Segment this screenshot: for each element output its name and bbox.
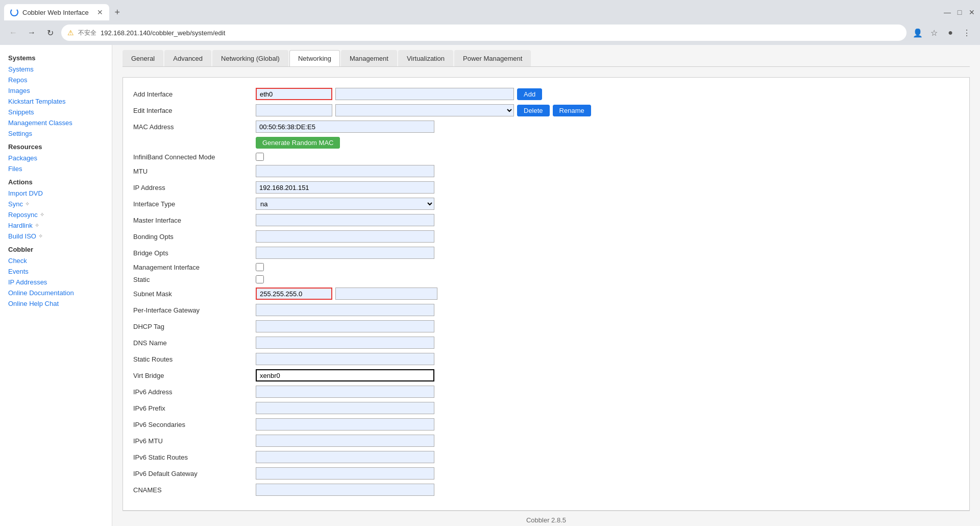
subnet-mask-extra-input[interactable] xyxy=(335,288,437,300)
edit-interface-select[interactable] xyxy=(335,104,514,116)
close-button[interactable]: ✕ xyxy=(968,8,976,16)
sidebar-item-settings[interactable]: Settings xyxy=(0,128,112,139)
sidebar-item-reposync[interactable]: Reposync ✧ xyxy=(0,209,112,220)
infiniband-checkbox[interactable] xyxy=(256,153,264,161)
master-interface-controls xyxy=(256,214,959,226)
tab-advanced[interactable]: Advanced xyxy=(164,50,211,66)
forward-button[interactable]: → xyxy=(24,26,39,40)
menu-icon[interactable]: ⋮ xyxy=(960,26,974,40)
tab-general[interactable]: General xyxy=(122,50,163,66)
url-display: 192.168.201.140/cobbler_web/system/edit xyxy=(101,29,900,37)
sidebar-item-hardlink[interactable]: Hardlink ✧ xyxy=(0,220,112,231)
mac-address-controls xyxy=(256,121,959,133)
management-interface-label: Management Interface xyxy=(133,264,256,271)
mtu-controls xyxy=(256,165,959,177)
build-iso-icon: ✧ xyxy=(38,233,43,240)
tab-power-management[interactable]: Power Management xyxy=(454,50,531,66)
sidebar-item-management-classes[interactable]: Management Classes xyxy=(0,117,112,128)
virt-bridge-input[interactable] xyxy=(256,369,434,381)
add-interface-extra-input[interactable] xyxy=(335,88,514,100)
ipv6-prefix-controls xyxy=(256,402,959,414)
delete-interface-button[interactable]: Delete xyxy=(517,105,550,116)
dns-name-input[interactable] xyxy=(256,337,434,349)
ipv6-address-row: IPv6 Address xyxy=(133,386,959,398)
sidebar-item-systems[interactable]: Systems xyxy=(0,64,112,75)
dhcp-tag-controls xyxy=(256,320,959,332)
interface-type-select[interactable]: na bond bond_slave bridge bridge_slave b… xyxy=(256,198,434,210)
ipv6-address-input[interactable] xyxy=(256,386,434,398)
add-interface-input[interactable] xyxy=(256,88,332,100)
ipv6-static-routes-input[interactable] xyxy=(256,451,434,463)
sidebar-item-ip-addresses[interactable]: IP Addresses xyxy=(0,277,112,288)
subnet-mask-input[interactable] xyxy=(256,288,332,300)
tabs-container: General Advanced Networking (Global) Net… xyxy=(122,50,970,67)
sidebar-item-sync[interactable]: Sync ✧ xyxy=(0,199,112,209)
ip-address-row: IP Address xyxy=(133,181,959,194)
per-interface-gateway-input[interactable] xyxy=(256,304,434,316)
per-interface-gateway-label: Per-Interface Gateway xyxy=(133,306,256,314)
tab-networking-global[interactable]: Networking (Global) xyxy=(212,50,288,66)
static-routes-input[interactable] xyxy=(256,353,434,365)
virt-bridge-label: Virt Bridge xyxy=(133,372,256,379)
minimize-button[interactable]: — xyxy=(943,8,951,16)
sidebar-item-repos[interactable]: Repos xyxy=(0,75,112,85)
sidebar-item-events[interactable]: Events xyxy=(0,266,112,277)
mtu-input[interactable] xyxy=(256,165,434,177)
tab-close-button[interactable]: ✕ xyxy=(97,8,103,16)
address-bar[interactable]: ⚠ 不安全 192.168.201.140/cobbler_web/system… xyxy=(61,25,906,41)
sidebar-item-build-iso[interactable]: Build ISO ✧ xyxy=(0,231,112,242)
cnames-input[interactable] xyxy=(256,484,434,496)
add-interface-row: Add Interface Add xyxy=(133,88,959,100)
new-tab-button[interactable]: + xyxy=(109,4,126,20)
add-interface-button[interactable]: Add xyxy=(517,88,542,100)
ipv6-mtu-input[interactable] xyxy=(256,435,434,447)
master-interface-input[interactable] xyxy=(256,214,434,226)
tab-networking[interactable]: Networking xyxy=(289,50,340,66)
edit-interface-label: Edit Interface xyxy=(133,107,256,114)
ipv6-secondaries-input[interactable] xyxy=(256,418,434,431)
sidebar-item-files[interactable]: Files xyxy=(0,163,112,174)
management-interface-checkbox[interactable] xyxy=(256,263,264,271)
sidebar-item-check[interactable]: Check xyxy=(0,255,112,266)
browser-tab[interactable]: Cobbler Web Interface ✕ xyxy=(4,4,109,20)
generate-mac-button[interactable]: Generate Random MAC xyxy=(256,137,340,149)
browser-titlebar: Cobbler Web Interface ✕ + — □ ✕ xyxy=(0,0,980,20)
rename-interface-button[interactable]: Rename xyxy=(553,105,591,116)
tab-management[interactable]: Management xyxy=(341,50,397,66)
refresh-button[interactable]: ↻ xyxy=(43,26,57,40)
star-icon[interactable]: ☆ xyxy=(927,26,941,40)
account-icon[interactable]: ● xyxy=(943,26,958,40)
sidebar-item-packages[interactable]: Packages xyxy=(0,153,112,163)
mac-address-input[interactable] xyxy=(256,121,434,133)
sidebar-item-online-help-chat[interactable]: Online Help Chat xyxy=(0,298,112,309)
infiniband-controls xyxy=(256,153,959,161)
mtu-label: MTU xyxy=(133,168,256,175)
browser-toolbar: ← → ↻ ⚠ 不安全 192.168.201.140/cobbler_web/… xyxy=(0,20,980,45)
tab-virtualization[interactable]: Virtualization xyxy=(398,50,453,66)
bridge-opts-input[interactable] xyxy=(256,247,434,259)
sidebar-item-online-documentation[interactable]: Online Documentation xyxy=(0,288,112,298)
maximize-button[interactable]: □ xyxy=(955,8,964,16)
ipv6-default-gateway-row: IPv6 Default Gateway xyxy=(133,467,959,480)
mac-address-generate-row: Generate Random MAC xyxy=(133,137,959,149)
infiniband-row: InfiniBand Connected Mode xyxy=(133,153,959,161)
dhcp-tag-input[interactable] xyxy=(256,320,434,332)
sidebar: Systems Systems Repos Images Kickstart T… xyxy=(0,45,112,526)
bonding-opts-controls xyxy=(256,230,959,243)
profile-icon[interactable]: 👤 xyxy=(911,26,925,40)
bonding-opts-input[interactable] xyxy=(256,230,434,243)
sidebar-item-images[interactable]: Images xyxy=(0,85,112,96)
ipv6-mtu-controls xyxy=(256,435,959,447)
sidebar-item-snippets[interactable]: Snippets xyxy=(0,107,112,117)
ipv6-default-gateway-input[interactable] xyxy=(256,467,434,480)
interface-type-label: Interface Type xyxy=(133,200,256,208)
ipv6-static-routes-row: IPv6 Static Routes xyxy=(133,451,959,463)
edit-interface-input[interactable] xyxy=(256,104,332,116)
ip-address-input[interactable] xyxy=(256,181,434,194)
sidebar-item-import-dvd[interactable]: Import DVD xyxy=(0,188,112,199)
static-checkbox[interactable] xyxy=(256,275,264,283)
edit-interface-row: Edit Interface Delete Rename xyxy=(133,104,959,116)
back-button[interactable]: ← xyxy=(6,26,20,40)
ipv6-prefix-input[interactable] xyxy=(256,402,434,414)
sidebar-item-kickstart-templates[interactable]: Kickstart Templates xyxy=(0,96,112,107)
